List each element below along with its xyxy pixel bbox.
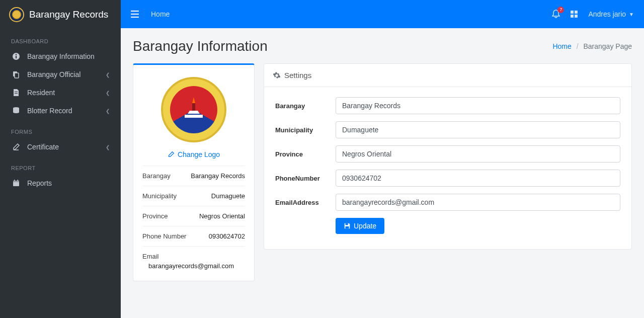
breadcrumb-separator: / — [577, 42, 579, 50]
sidebar: Barangay Records DASHBOARD Barangay Info… — [0, 0, 121, 318]
svg-rect-21 — [346, 226, 349, 228]
info-circle-icon — [11, 52, 21, 60]
sidebar-item-label: Certificate — [27, 143, 106, 151]
change-logo-label: Change Logo — [178, 150, 220, 158]
sidebar-item-label: Blotter Record — [27, 107, 106, 115]
chevron-left-icon: ❮ — [106, 90, 110, 96]
sidebar-item-label: Barangay Official — [27, 70, 106, 78]
change-logo-link[interactable]: Change Logo — [142, 150, 245, 166]
svg-rect-9 — [13, 181, 19, 182]
info-list: BarangayBarangay Records MunicipalityDum… — [142, 166, 245, 276]
svg-rect-1 — [16, 56, 17, 58]
input-phone[interactable] — [336, 170, 620, 187]
edit-icon — [11, 143, 21, 151]
label-municipality: Municipality — [275, 126, 336, 134]
label-phone: PhoneNumber — [275, 175, 336, 182]
info-row-phone: Phone Number0930624702 — [142, 226, 245, 246]
svg-rect-16 — [575, 11, 578, 14]
input-province[interactable] — [336, 145, 620, 163]
svg-rect-15 — [571, 11, 574, 14]
info-row-municipality: MunicipalityDumaguete — [142, 186, 245, 206]
svg-rect-14 — [131, 17, 139, 18]
svg-point-2 — [16, 54, 17, 55]
database-icon — [11, 107, 21, 115]
sidebar-item-label: Reports — [27, 179, 110, 187]
sidebar-item-label: Resident — [27, 89, 106, 97]
sidebar-item-label: Barangay Information — [27, 52, 110, 60]
notification-badge: 7 — [557, 7, 564, 13]
file-icon — [11, 89, 21, 97]
notifications-button[interactable]: 7 — [552, 10, 560, 19]
settings-card: Settings Barangay Municipality Province — [264, 63, 632, 250]
sidebar-item-blotter-record[interactable]: Blotter Record ❮ — [0, 102, 121, 120]
label-province: Province — [275, 150, 336, 158]
edit-icon — [168, 151, 175, 158]
sidebar-section-forms: FORMS — [0, 120, 121, 138]
input-municipality[interactable] — [336, 121, 620, 138]
breadcrumb-home-link[interactable]: Home — [552, 42, 571, 50]
info-card: Change Logo BarangayBarangay Records Mun… — [133, 63, 255, 281]
grid-icon — [570, 10, 578, 18]
sidebar-item-reports[interactable]: Reports — [0, 174, 121, 192]
chevron-left-icon: ❮ — [106, 144, 110, 150]
gear-icon — [273, 72, 280, 79]
label-barangay: Barangay — [275, 102, 336, 110]
sidebar-item-resident[interactable]: Resident ❮ — [0, 84, 121, 102]
topbar-breadcrumb: Home — [151, 10, 170, 18]
sidebar-item-barangay-information[interactable]: Barangay Information — [0, 47, 121, 65]
svg-rect-10 — [14, 180, 15, 181]
caret-down-icon: ▼ — [629, 12, 634, 17]
user-menu[interactable]: Andres jario ▼ — [588, 10, 634, 18]
svg-rect-5 — [15, 92, 18, 92]
update-button-label: Update — [354, 222, 376, 230]
save-icon — [344, 222, 351, 229]
sidebar-item-certificate[interactable]: Certificate ❮ — [0, 138, 121, 156]
brand[interactable]: Barangay Records — [0, 0, 121, 29]
svg-rect-4 — [15, 73, 19, 78]
svg-rect-18 — [575, 15, 578, 18]
input-barangay[interactable] — [336, 97, 620, 114]
info-row-province: ProvinceNegros Oriental — [142, 206, 245, 226]
apps-button[interactable] — [570, 10, 578, 18]
svg-rect-6 — [15, 93, 18, 94]
topbar-home-link[interactable]: Home — [151, 10, 170, 18]
user-name: Andres jario — [588, 10, 626, 18]
sidebar-section-report: REPORT — [0, 156, 121, 174]
input-email[interactable] — [336, 194, 620, 211]
update-button[interactable]: Update — [336, 218, 384, 234]
calendar-icon — [11, 179, 21, 187]
svg-rect-12 — [131, 11, 139, 12]
settings-header-label: Settings — [284, 71, 311, 80]
breadcrumb-current: Barangay Page — [583, 42, 632, 50]
menu-toggle-icon[interactable] — [131, 11, 139, 18]
breadcrumb: Home / Barangay Page — [552, 42, 632, 50]
svg-rect-17 — [571, 15, 574, 18]
sidebar-section-dashboard: DASHBOARD — [0, 29, 121, 47]
page-title: Barangay Information — [133, 38, 268, 54]
svg-rect-11 — [18, 180, 19, 181]
chevron-left-icon: ❮ — [106, 108, 110, 114]
sidebar-item-barangay-official[interactable]: Barangay Official ❮ — [0, 65, 121, 84]
info-row-email: Emailbarangayrecords@gmail.com — [142, 246, 245, 276]
svg-rect-20 — [346, 223, 348, 225]
brand-name: Barangay Records — [29, 9, 108, 20]
barangay-seal-icon — [161, 77, 226, 142]
copy-icon — [11, 70, 21, 78]
svg-rect-13 — [131, 14, 139, 15]
info-row-barangay: BarangayBarangay Records — [142, 166, 245, 186]
chevron-left-icon: ❮ — [106, 72, 110, 77]
settings-header: Settings — [264, 64, 631, 87]
label-email: EmailAddress — [275, 199, 336, 206]
brand-logo-icon — [9, 7, 24, 22]
topbar: Home 7 Andres jario ▼ — [121, 0, 644, 28]
